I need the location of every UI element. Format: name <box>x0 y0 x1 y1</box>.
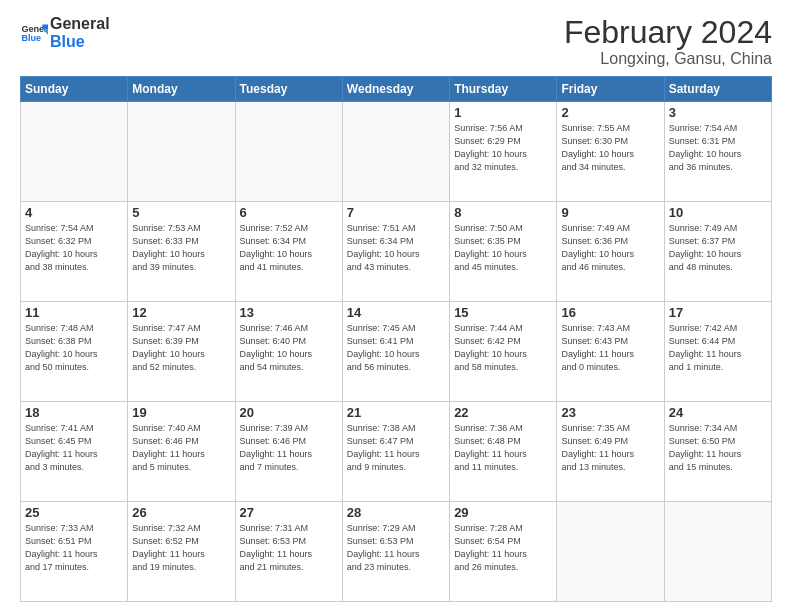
table-row: 18Sunrise: 7:41 AM Sunset: 6:45 PM Dayli… <box>21 402 128 502</box>
day-info: Sunrise: 7:46 AM Sunset: 6:40 PM Dayligh… <box>240 322 338 374</box>
table-row: 21Sunrise: 7:38 AM Sunset: 6:47 PM Dayli… <box>342 402 449 502</box>
col-saturday: Saturday <box>664 77 771 102</box>
day-number: 24 <box>669 405 767 420</box>
col-monday: Monday <box>128 77 235 102</box>
day-number: 2 <box>561 105 659 120</box>
table-row: 9Sunrise: 7:49 AM Sunset: 6:36 PM Daylig… <box>557 202 664 302</box>
page: General Blue General Blue February 2024 … <box>0 0 792 612</box>
table-row: 28Sunrise: 7:29 AM Sunset: 6:53 PM Dayli… <box>342 502 449 602</box>
day-info: Sunrise: 7:50 AM Sunset: 6:35 PM Dayligh… <box>454 222 552 274</box>
table-row: 8Sunrise: 7:50 AM Sunset: 6:35 PM Daylig… <box>450 202 557 302</box>
table-row <box>128 102 235 202</box>
day-number: 6 <box>240 205 338 220</box>
day-info: Sunrise: 7:31 AM Sunset: 6:53 PM Dayligh… <box>240 522 338 574</box>
day-info: Sunrise: 7:29 AM Sunset: 6:53 PM Dayligh… <box>347 522 445 574</box>
table-row: 20Sunrise: 7:39 AM Sunset: 6:46 PM Dayli… <box>235 402 342 502</box>
main-title: February 2024 <box>564 15 772 50</box>
day-info: Sunrise: 7:41 AM Sunset: 6:45 PM Dayligh… <box>25 422 123 474</box>
day-info: Sunrise: 7:35 AM Sunset: 6:49 PM Dayligh… <box>561 422 659 474</box>
table-row: 11Sunrise: 7:48 AM Sunset: 6:38 PM Dayli… <box>21 302 128 402</box>
day-number: 7 <box>347 205 445 220</box>
table-row: 26Sunrise: 7:32 AM Sunset: 6:52 PM Dayli… <box>128 502 235 602</box>
day-info: Sunrise: 7:42 AM Sunset: 6:44 PM Dayligh… <box>669 322 767 374</box>
day-number: 9 <box>561 205 659 220</box>
day-info: Sunrise: 7:32 AM Sunset: 6:52 PM Dayligh… <box>132 522 230 574</box>
table-row: 29Sunrise: 7:28 AM Sunset: 6:54 PM Dayli… <box>450 502 557 602</box>
table-row <box>342 102 449 202</box>
table-row <box>557 502 664 602</box>
logo: General Blue General Blue <box>20 15 110 50</box>
header: General Blue General Blue February 2024 … <box>20 15 772 68</box>
day-info: Sunrise: 7:52 AM Sunset: 6:34 PM Dayligh… <box>240 222 338 274</box>
table-row: 16Sunrise: 7:43 AM Sunset: 6:43 PM Dayli… <box>557 302 664 402</box>
subtitle: Longxing, Gansu, China <box>564 50 772 68</box>
day-info: Sunrise: 7:56 AM Sunset: 6:29 PM Dayligh… <box>454 122 552 174</box>
day-number: 22 <box>454 405 552 420</box>
table-row: 17Sunrise: 7:42 AM Sunset: 6:44 PM Dayli… <box>664 302 771 402</box>
table-row: 13Sunrise: 7:46 AM Sunset: 6:40 PM Dayli… <box>235 302 342 402</box>
day-number: 12 <box>132 305 230 320</box>
table-row: 14Sunrise: 7:45 AM Sunset: 6:41 PM Dayli… <box>342 302 449 402</box>
day-info: Sunrise: 7:43 AM Sunset: 6:43 PM Dayligh… <box>561 322 659 374</box>
table-row: 19Sunrise: 7:40 AM Sunset: 6:46 PM Dayli… <box>128 402 235 502</box>
table-row: 3Sunrise: 7:54 AM Sunset: 6:31 PM Daylig… <box>664 102 771 202</box>
day-info: Sunrise: 7:49 AM Sunset: 6:37 PM Dayligh… <box>669 222 767 274</box>
table-row: 6Sunrise: 7:52 AM Sunset: 6:34 PM Daylig… <box>235 202 342 302</box>
day-info: Sunrise: 7:40 AM Sunset: 6:46 PM Dayligh… <box>132 422 230 474</box>
day-number: 13 <box>240 305 338 320</box>
day-info: Sunrise: 7:45 AM Sunset: 6:41 PM Dayligh… <box>347 322 445 374</box>
day-number: 3 <box>669 105 767 120</box>
day-info: Sunrise: 7:49 AM Sunset: 6:36 PM Dayligh… <box>561 222 659 274</box>
day-info: Sunrise: 7:34 AM Sunset: 6:50 PM Dayligh… <box>669 422 767 474</box>
day-number: 16 <box>561 305 659 320</box>
day-number: 18 <box>25 405 123 420</box>
table-row: 25Sunrise: 7:33 AM Sunset: 6:51 PM Dayli… <box>21 502 128 602</box>
calendar-table: Sunday Monday Tuesday Wednesday Thursday… <box>20 76 772 602</box>
day-number: 21 <box>347 405 445 420</box>
title-block: February 2024 Longxing, Gansu, China <box>564 15 772 68</box>
day-number: 26 <box>132 505 230 520</box>
table-row: 27Sunrise: 7:31 AM Sunset: 6:53 PM Dayli… <box>235 502 342 602</box>
day-info: Sunrise: 7:51 AM Sunset: 6:34 PM Dayligh… <box>347 222 445 274</box>
table-row: 4Sunrise: 7:54 AM Sunset: 6:32 PM Daylig… <box>21 202 128 302</box>
day-number: 29 <box>454 505 552 520</box>
table-row: 24Sunrise: 7:34 AM Sunset: 6:50 PM Dayli… <box>664 402 771 502</box>
table-row: 2Sunrise: 7:55 AM Sunset: 6:30 PM Daylig… <box>557 102 664 202</box>
day-number: 27 <box>240 505 338 520</box>
day-info: Sunrise: 7:54 AM Sunset: 6:32 PM Dayligh… <box>25 222 123 274</box>
table-row <box>235 102 342 202</box>
logo-icon: General Blue <box>20 19 48 47</box>
col-tuesday: Tuesday <box>235 77 342 102</box>
day-info: Sunrise: 7:48 AM Sunset: 6:38 PM Dayligh… <box>25 322 123 374</box>
day-number: 15 <box>454 305 552 320</box>
day-info: Sunrise: 7:54 AM Sunset: 6:31 PM Dayligh… <box>669 122 767 174</box>
table-row <box>21 102 128 202</box>
svg-text:Blue: Blue <box>21 33 41 43</box>
day-number: 25 <box>25 505 123 520</box>
day-number: 11 <box>25 305 123 320</box>
col-friday: Friday <box>557 77 664 102</box>
day-number: 14 <box>347 305 445 320</box>
day-number: 8 <box>454 205 552 220</box>
table-row: 23Sunrise: 7:35 AM Sunset: 6:49 PM Dayli… <box>557 402 664 502</box>
table-row: 22Sunrise: 7:36 AM Sunset: 6:48 PM Dayli… <box>450 402 557 502</box>
day-number: 20 <box>240 405 338 420</box>
day-info: Sunrise: 7:28 AM Sunset: 6:54 PM Dayligh… <box>454 522 552 574</box>
day-info: Sunrise: 7:39 AM Sunset: 6:46 PM Dayligh… <box>240 422 338 474</box>
day-number: 1 <box>454 105 552 120</box>
logo-line1: General <box>50 15 110 33</box>
day-number: 28 <box>347 505 445 520</box>
col-sunday: Sunday <box>21 77 128 102</box>
logo-line2: Blue <box>50 33 110 51</box>
day-number: 5 <box>132 205 230 220</box>
table-row: 15Sunrise: 7:44 AM Sunset: 6:42 PM Dayli… <box>450 302 557 402</box>
table-row: 5Sunrise: 7:53 AM Sunset: 6:33 PM Daylig… <box>128 202 235 302</box>
day-number: 10 <box>669 205 767 220</box>
day-info: Sunrise: 7:38 AM Sunset: 6:47 PM Dayligh… <box>347 422 445 474</box>
day-info: Sunrise: 7:44 AM Sunset: 6:42 PM Dayligh… <box>454 322 552 374</box>
day-number: 4 <box>25 205 123 220</box>
table-row: 12Sunrise: 7:47 AM Sunset: 6:39 PM Dayli… <box>128 302 235 402</box>
table-row: 10Sunrise: 7:49 AM Sunset: 6:37 PM Dayli… <box>664 202 771 302</box>
day-number: 19 <box>132 405 230 420</box>
day-info: Sunrise: 7:53 AM Sunset: 6:33 PM Dayligh… <box>132 222 230 274</box>
